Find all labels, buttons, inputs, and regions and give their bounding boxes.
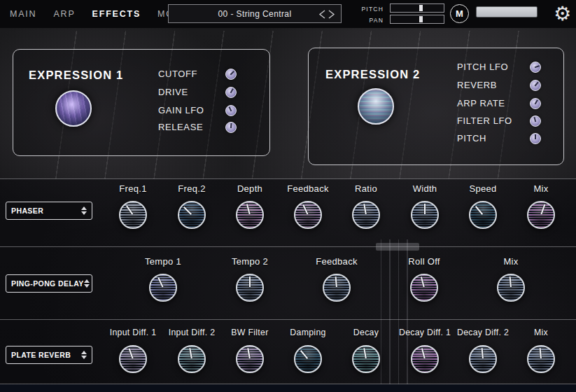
phaser-width-knob[interactable]	[411, 201, 439, 229]
knob-cell: Tempo 1	[134, 256, 192, 302]
expression2-title: EXPRESSION 2	[325, 68, 420, 81]
knob-label: Feedback	[279, 183, 337, 197]
knob-needle	[525, 199, 557, 231]
nav-tabs: MAIN ARP EFFECTS MOD	[10, 0, 182, 28]
knob-cell: Input Diff. 1	[104, 328, 162, 373]
delay-tempo2-knob[interactable]	[236, 274, 264, 302]
arp-rate-mini-knob[interactable]	[530, 98, 541, 109]
cutoff-mini-knob[interactable]	[225, 69, 237, 80]
pan-slider[interactable]	[390, 15, 444, 24]
gain-lfo-mini-knob[interactable]	[225, 105, 237, 116]
midi-mode-button[interactable]: M	[450, 4, 469, 23]
phaser-ratio-knob[interactable]	[352, 201, 380, 229]
reverb-damping-knob[interactable]	[294, 345, 322, 373]
phaser-freq1-knob[interactable]	[119, 201, 147, 229]
knob-cell: Feedback	[307, 256, 366, 302]
knob-cell: Mix	[482, 256, 540, 302]
knob-label: Depth	[220, 183, 279, 197]
knob-needle	[531, 134, 540, 144]
fx-row-delay: PING-PONG DELAY Tempo 1 Tempo 2 Feedback…	[0, 246, 576, 319]
expression2-panel: EXPRESSION 2 PITCH LFO REVERB ARP RATE F…	[308, 48, 564, 165]
drive-label: DRIVE	[158, 85, 188, 99]
filter-lfo-label: FILTER LFO	[457, 114, 512, 128]
delay-effect-selector[interactable]: PING-PONG DELAY	[6, 274, 92, 293]
knob-needle	[528, 78, 542, 92]
tab-effects[interactable]: EFFECTS	[92, 9, 141, 19]
reverb-decay-knob[interactable]	[352, 345, 380, 373]
reverb-bw-filter-knob[interactable]	[236, 345, 264, 373]
knob-cell: Decay Diff. 1	[395, 328, 454, 373]
preset-selector[interactable]: 00 - String Central	[168, 4, 342, 23]
pitch-item-label: PITCH	[457, 132, 486, 146]
reverb-input-diff2-knob[interactable]	[178, 345, 206, 373]
knob-needle	[224, 67, 238, 81]
knob-label: Tempo 2	[220, 256, 279, 270]
delay-tempo1-knob[interactable]	[149, 274, 177, 302]
knob-needle	[234, 200, 265, 230]
knob-needle	[412, 202, 437, 227]
knob-cell: Speed	[454, 183, 512, 229]
phaser-speed-knob[interactable]	[469, 201, 497, 229]
pitch-mini-knob[interactable]	[530, 133, 541, 144]
reverb-mix-knob[interactable]	[527, 345, 555, 373]
knob-label: Feedback	[307, 256, 366, 270]
delay-rolloff-knob[interactable]	[410, 274, 438, 302]
reverb-decay-diff1-knob[interactable]	[411, 345, 439, 373]
pitch-lfo-mini-knob[interactable]	[530, 62, 541, 73]
chevron-left-icon	[320, 10, 325, 18]
top-bar: MAIN ARP EFFECTS MOD 00 - String Central…	[0, 0, 576, 28]
knob-label: Decay Diff. 2	[454, 328, 512, 342]
drive-mini-knob[interactable]	[225, 87, 237, 98]
knob-needle	[224, 85, 237, 99]
knob-cell: Mix	[512, 183, 570, 229]
knob-needle	[409, 344, 440, 374]
knob-needle	[409, 272, 440, 303]
knob-label: Mix	[482, 256, 540, 270]
delay-feedback-knob[interactable]	[323, 274, 351, 302]
knob-needle	[323, 274, 350, 301]
phaser-feedback-knob[interactable]	[294, 201, 322, 229]
phaser-freq2-knob[interactable]	[178, 201, 206, 229]
expression1-pad[interactable]	[55, 90, 92, 127]
filter-lfo-mini-knob[interactable]	[530, 115, 541, 127]
phaser-mix-knob[interactable]	[527, 201, 555, 229]
knob-needle	[469, 345, 496, 372]
gear-icon[interactable]: ⚙	[554, 1, 571, 27]
knob-cell: Ratio	[337, 183, 395, 229]
knob-needle	[529, 61, 542, 74]
knob-label: Decay Diff. 1	[395, 328, 454, 342]
knob-needle	[528, 97, 542, 110]
knob-needle	[497, 274, 524, 301]
tab-arp[interactable]: ARP	[53, 9, 75, 19]
pitch-slider-thumb[interactable]	[419, 5, 423, 11]
reverb-mini-knob[interactable]	[530, 80, 541, 91]
pitch-slider[interactable]	[390, 4, 444, 13]
knob-label: Ratio	[337, 183, 395, 197]
reverb-decay-diff2-knob[interactable]	[469, 345, 497, 373]
knob-label: Decay	[337, 328, 395, 342]
knob-cell: Width	[395, 183, 454, 229]
knob-cell: BW Filter	[220, 328, 279, 373]
release-mini-knob[interactable]	[225, 122, 237, 133]
phaser-effect-selector[interactable]: PHASER	[6, 202, 92, 220]
pitch-label: PITCH	[353, 6, 384, 13]
knob-needle	[290, 342, 326, 377]
pan-label: PAN	[353, 17, 384, 24]
knob-needle	[527, 345, 554, 372]
knob-label: Tempo 1	[134, 256, 192, 270]
knob-cell: Roll Off	[395, 256, 454, 302]
tab-main[interactable]: MAIN	[10, 9, 36, 19]
reverb-input-diff1-knob[interactable]	[119, 345, 147, 373]
knob-label: BW Filter	[220, 328, 279, 342]
knob-needle	[146, 271, 180, 304]
volume-slider[interactable]	[476, 6, 538, 18]
knob-cell: Decay Diff. 2	[454, 328, 512, 373]
reverb-effect-selector[interactable]: PLATE REVERB	[6, 346, 92, 364]
knob-label: Mix	[512, 328, 570, 342]
phaser-depth-knob[interactable]	[236, 201, 264, 229]
pan-slider-thumb[interactable]	[419, 16, 423, 22]
expression2-pad[interactable]	[358, 88, 394, 125]
preset-nav-icons[interactable]	[317, 9, 337, 20]
knob-cell: Freq.1	[104, 183, 162, 229]
delay-mix-knob[interactable]	[497, 274, 525, 302]
